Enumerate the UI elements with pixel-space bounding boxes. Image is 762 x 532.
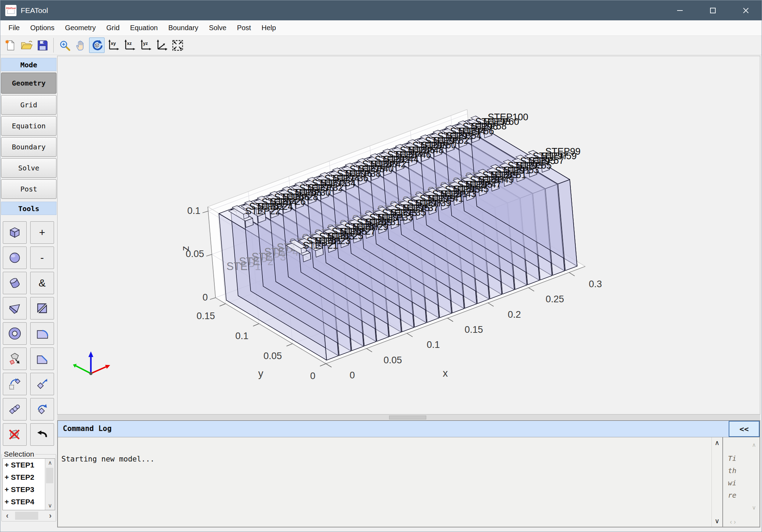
new-file-button[interactable] <box>2 38 18 53</box>
mode-post-button[interactable]: Post <box>1 179 56 199</box>
geometry-plot-panel[interactable]: 00.050.10.150.20.250.300.050.10.1500.050… <box>57 56 760 415</box>
menu-file[interactable]: File <box>3 20 25 35</box>
tips-text-line: Ti <box>728 454 736 463</box>
horizontal-splitter[interactable] <box>57 415 760 420</box>
collapse-panel-button[interactable]: << <box>729 421 760 437</box>
maximize-button[interactable] <box>696 0 729 20</box>
minimize-button[interactable] <box>663 0 696 20</box>
pan-button[interactable] <box>73 38 88 53</box>
command-log-text[interactable]: Starting new model... <box>58 437 711 527</box>
view-3d-icon <box>155 39 168 52</box>
menu-post[interactable]: Post <box>232 20 256 35</box>
menu-help[interactable]: Help <box>256 20 281 35</box>
intersect-tool-label: & <box>39 277 46 289</box>
chamfer-tool-button[interactable] <box>30 348 54 370</box>
menu-grid[interactable]: Grid <box>101 20 125 35</box>
sphere-tool-button[interactable] <box>3 247 27 269</box>
mode-equation-button[interactable]: Equation <box>1 116 56 136</box>
svg-text:STEP100: STEP100 <box>488 112 528 122</box>
selection-horizontal-scrollbar[interactable]: ‹ › <box>2 511 55 520</box>
scroll-left-icon[interactable]: ‹ <box>6 511 8 520</box>
menu-geometry[interactable]: Geometry <box>60 20 101 35</box>
view-3d-button[interactable] <box>154 38 169 53</box>
sidebar: Mode GeometryGridEquationBoundarySolvePo… <box>0 55 57 532</box>
new-file-icon <box>4 39 16 52</box>
mode-boundary-button[interactable]: Boundary <box>1 137 56 157</box>
subtract-tool[interactable]: - <box>30 247 54 269</box>
delete-tool-icon <box>7 427 22 442</box>
view-xz-button[interactable]: xz <box>121 38 137 53</box>
tips-text-line: th <box>728 466 736 475</box>
open-file-button[interactable] <box>19 38 34 53</box>
save-button[interactable] <box>35 38 50 53</box>
view-xy-icon: xy <box>107 39 119 52</box>
view-yz-button[interactable]: yz <box>138 38 153 53</box>
scroll-up-icon[interactable]: ∧ <box>750 442 757 448</box>
chamfer-tool-icon <box>35 351 49 366</box>
intersect-tool[interactable]: & <box>30 272 54 294</box>
scroll-right-icon[interactable]: › <box>49 511 52 520</box>
slice-tool-button[interactable] <box>30 297 54 319</box>
svg-text:y: y <box>258 368 263 379</box>
scroll-down-icon[interactable]: ∨ <box>750 505 757 511</box>
scroll-left-right-icons[interactable]: ‹ › <box>726 519 740 525</box>
rotate-tool-button[interactable] <box>30 398 54 420</box>
cube-tool-button[interactable] <box>3 221 27 244</box>
svg-text:0.1: 0.1 <box>427 339 440 350</box>
cone-tool-button[interactable] <box>3 297 27 319</box>
svg-text:0: 0 <box>310 371 315 381</box>
fit-view-button[interactable] <box>170 38 185 53</box>
extrude-tool-button[interactable] <box>3 348 27 370</box>
tips-side-panel[interactable]: ∧ Tithwire ∨ ‹ › <box>722 437 760 527</box>
menu-boundary[interactable]: Boundary <box>163 20 204 35</box>
scroll-down-icon[interactable]: ∨ <box>712 518 722 524</box>
toolbar-separator <box>53 38 54 53</box>
view-xz-icon: xz <box>123 39 135 52</box>
svg-text:0: 0 <box>202 292 208 303</box>
close-button[interactable] <box>729 0 762 20</box>
undo-tool-button[interactable] <box>30 423 54 446</box>
scroll-up-icon[interactable]: ∧ <box>712 440 722 446</box>
cylinder-tool-button[interactable] <box>3 272 27 294</box>
torus-tool-button[interactable] <box>3 322 27 345</box>
toolbar: xyxzyz <box>0 36 762 55</box>
svg-text:0.25: 0.25 <box>546 294 564 304</box>
svg-text:0: 0 <box>349 370 355 381</box>
orientation-triad <box>73 351 110 375</box>
scroll-down-icon[interactable]: ∨ <box>45 503 55 509</box>
scroll-thumb[interactable] <box>46 468 53 483</box>
svg-text:0.1: 0.1 <box>235 331 249 341</box>
close-icon <box>742 7 750 14</box>
svg-text:xy: xy <box>111 41 116 46</box>
move-tool-button[interactable] <box>30 373 54 395</box>
bend-tool-button[interactable] <box>3 373 27 395</box>
mode-header: Mode <box>1 58 56 71</box>
open-file-icon <box>20 39 33 52</box>
zoom-in-button[interactable] <box>57 38 72 53</box>
fit-view-icon <box>172 39 184 52</box>
selection-vertical-scrollbar[interactable]: ∧ ∨ <box>45 459 55 510</box>
slice-tool-icon <box>35 301 49 316</box>
scroll-up-icon[interactable]: ∧ <box>45 460 55 466</box>
array-tool-button[interactable] <box>3 398 27 420</box>
svg-text:0.15: 0.15 <box>464 324 483 335</box>
delete-tool-button[interactable] <box>3 423 27 446</box>
mode-grid-button[interactable]: Grid <box>1 95 56 115</box>
mode-solve-button[interactable]: Solve <box>1 158 56 178</box>
zoom-in-icon <box>59 39 71 52</box>
scroll-thumb-horizontal[interactable] <box>15 512 38 520</box>
view-xy-button[interactable]: xy <box>105 38 121 53</box>
geometry-3d-view[interactable]: 00.050.10.150.20.250.300.050.10.1500.050… <box>58 56 760 414</box>
union-tool[interactable]: + <box>30 221 54 244</box>
log-vertical-scrollbar[interactable]: ∧ ∨ <box>711 437 722 527</box>
array-tool-icon <box>7 402 22 417</box>
menu-options[interactable]: Options <box>25 20 60 35</box>
selection-listbox[interactable]: + STEP1+ STEP2+ STEP3+ STEP4 ∧ ∨ <box>2 458 55 510</box>
svg-text:yz: yz <box>143 41 148 46</box>
splitter-grip[interactable] <box>389 416 426 419</box>
fillet-tool-button[interactable] <box>30 322 54 345</box>
rotate-3d-button[interactable] <box>89 38 105 53</box>
menu-solve[interactable]: Solve <box>203 20 232 35</box>
mode-geometry-button[interactable]: Geometry <box>1 73 56 94</box>
menu-equation[interactable]: Equation <box>125 20 163 35</box>
